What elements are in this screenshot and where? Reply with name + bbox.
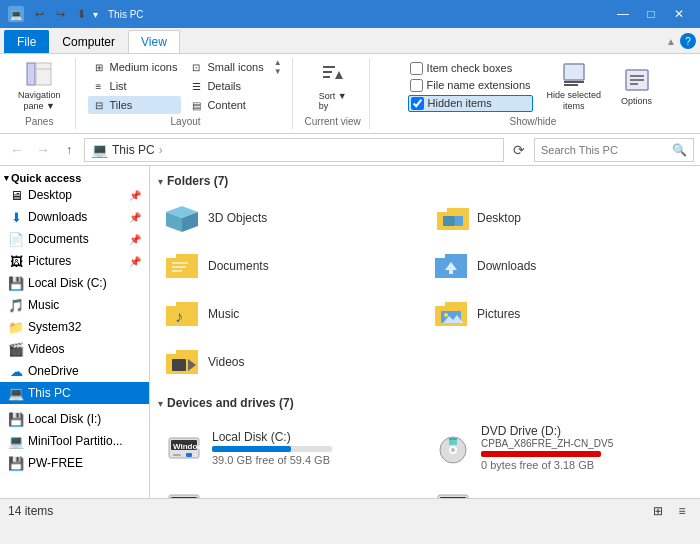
pwfree-label: PW-FREE <box>28 456 141 470</box>
sidebar-item-pictures[interactable]: 🖼 Pictures 📌 <box>0 250 149 272</box>
details-view-btn[interactable]: ≡ <box>672 501 692 521</box>
folder-item-documents[interactable]: Documents <box>158 244 423 288</box>
folder-item-3d-objects[interactable]: 3D Objects <box>158 196 423 240</box>
folder-item-downloads[interactable]: Downloads <box>427 244 692 288</box>
drive-item-h[interactable]: Local Disk (H:) <box>158 481 423 498</box>
up-button[interactable]: ↑ <box>58 139 80 161</box>
onedrive-icon: ☁ <box>8 364 24 379</box>
close-button[interactable]: ✕ <box>666 4 692 24</box>
back-button[interactable]: ← <box>6 139 28 161</box>
svg-rect-41 <box>171 497 197 498</box>
folder-downloads-icon <box>433 248 469 284</box>
small-icons-btn[interactable]: ⊡ Small icons <box>185 58 267 76</box>
title-bar: 💻 ↩ ↪ ⬇ ▾ This PC — □ ✕ <box>0 0 700 28</box>
svg-text:Windows: Windows <box>173 442 202 451</box>
qa-dropdown[interactable]: ▾ <box>93 9 98 20</box>
options-label: Options <box>621 96 652 106</box>
drive-c-progress-bar <box>212 446 332 452</box>
drive-item-dvd[interactable]: DVD Drive (D:) CPBA_X86FRE_ZH-CN_DV5 0 b… <box>427 418 692 477</box>
local-disk-i-icon: 💾 <box>8 412 24 427</box>
folder-item-desktop[interactable]: Desktop <box>427 196 692 240</box>
sidebar-item-downloads[interactable]: ⬇ Downloads 📌 <box>0 206 149 228</box>
sidebar-item-minitool[interactable]: 💻 MiniTool Partitio... <box>0 430 149 452</box>
svg-marker-6 <box>335 71 343 79</box>
navigation-pane-button[interactable]: Navigationpane ▼ <box>12 58 67 114</box>
sidebar-section-quick-access[interactable]: ▾ Quick access <box>0 170 149 184</box>
sidebar-item-this-pc[interactable]: 💻 This PC <box>0 382 149 404</box>
hidden-items-input[interactable] <box>411 97 424 110</box>
tab-view[interactable]: View <box>128 30 180 53</box>
sidebar-item-onedrive[interactable]: ☁ OneDrive <box>0 360 149 382</box>
sidebar-item-documents[interactable]: 📄 Documents 📌 <box>0 228 149 250</box>
hidden-items-label[interactable]: Hidden items <box>408 95 533 112</box>
folder-item-videos[interactable]: Videos <box>158 340 423 384</box>
address-path[interactable]: 💻 This PC › <box>84 138 504 162</box>
thispc-icon: 💻 <box>8 386 24 401</box>
forward-button[interactable]: → <box>32 139 54 161</box>
status-bar: 14 items ⊞ ≡ <box>0 498 700 522</box>
tab-computer[interactable]: Computer <box>49 30 128 53</box>
sidebar-item-pwfree[interactable]: 💾 PW-FREE <box>0 452 149 474</box>
content-btn[interactable]: ▤ Content <box>185 96 267 114</box>
options-button[interactable]: Options <box>615 64 658 108</box>
refresh-button[interactable]: ⟳ <box>508 139 530 161</box>
maximize-button[interactable]: □ <box>638 4 664 24</box>
layout-col2: ⊡ Small icons ☰ Details ▤ Content <box>185 58 267 114</box>
sidebar-item-system32[interactable]: 📁 System32 <box>0 316 149 338</box>
tab-file[interactable]: File <box>4 30 49 53</box>
qa-redo-btn[interactable]: ↪ <box>51 5 69 23</box>
tiles-icon: ⊟ <box>92 98 106 112</box>
file-extensions-input[interactable] <box>410 79 423 92</box>
drive-item-i[interactable]: Local Disk (I:) <box>427 481 692 498</box>
sidebar-item-local-disk-c-qa[interactable]: 💾 Local Disk (C:) <box>0 272 149 294</box>
documents-label: Documents <box>28 232 125 246</box>
folder-documents-name: Documents <box>208 259 269 273</box>
sidebar-item-local-disk-i[interactable]: 💾 Local Disk (I:) <box>0 408 149 430</box>
sidebar-item-videos[interactable]: 🎬 Videos <box>0 338 149 360</box>
show-hide-content: Item check boxes File name extensions Hi… <box>408 58 659 114</box>
music-icon: 🎵 <box>8 298 24 313</box>
folder-item-pictures[interactable]: Pictures <box>427 292 692 336</box>
item-checkboxes-label[interactable]: Item check boxes <box>408 61 533 76</box>
search-input[interactable] <box>541 144 668 156</box>
minimize-button[interactable]: — <box>610 4 636 24</box>
folder-desktop-name: Desktop <box>477 211 521 225</box>
drive-item-c[interactable]: Windows Local Disk (C:) 39.0 GB free of … <box>158 418 423 477</box>
details-label: Details <box>207 80 241 92</box>
current-view-label: Current view <box>305 114 361 127</box>
desktop-icon: 🖥 <box>8 188 24 203</box>
file-extensions-label[interactable]: File name extensions <box>408 78 533 93</box>
svg-rect-20 <box>172 266 186 268</box>
content-label: Content <box>207 99 246 111</box>
qa-down-btn[interactable]: ⬇ <box>72 5 90 23</box>
checkboxes-col: Item check boxes File name extensions Hi… <box>408 61 533 112</box>
nav-pane-label: Navigationpane ▼ <box>18 90 61 112</box>
drives-section-header[interactable]: ▾ Devices and drives (7) <box>158 396 692 410</box>
nav-pane-icon <box>25 60 53 88</box>
list-btn[interactable]: ≡ List <box>88 77 182 95</box>
qa-undo-btn[interactable]: ↩ <box>30 5 48 23</box>
window-controls: — □ ✕ <box>610 4 692 24</box>
sidebar-item-desktop[interactable]: 🖥 Desktop 📌 <box>0 184 149 206</box>
medium-icons-btn[interactable]: ⊞ Medium icons <box>88 58 182 76</box>
hide-selected-button[interactable]: Hide selecteditems <box>541 58 608 114</box>
drives-grid: Windows Local Disk (C:) 39.0 GB free of … <box>158 418 692 498</box>
hide-selected-icon <box>560 60 588 88</box>
svg-rect-33 <box>186 453 192 457</box>
large-icons-view-btn[interactable]: ⊞ <box>648 501 668 521</box>
details-btn[interactable]: ☰ Details <box>185 77 267 95</box>
search-box[interactable]: 🔍 <box>534 138 694 162</box>
tiles-btn[interactable]: ⊟ Tiles <box>88 96 182 114</box>
folder-pictures-name: Pictures <box>477 307 520 321</box>
sidebar-item-music[interactable]: 🎵 Music <box>0 294 149 316</box>
ribbon-collapse-btn[interactable]: ▲ <box>666 36 676 47</box>
folders-section-header[interactable]: ▾ Folders (7) <box>158 174 692 188</box>
layout-scroll[interactable]: ▲ ▼ <box>272 58 284 76</box>
help-button[interactable]: ? <box>680 33 696 49</box>
search-icon: 🔍 <box>672 143 687 157</box>
sort-by-button[interactable]: Sort ▼by <box>313 59 353 113</box>
ribbon-group-layout: ⊞ Medium icons ≡ List ⊟ Tiles ⊡ Small ic… <box>84 58 293 129</box>
folder-item-music[interactable]: ♪ Music <box>158 292 423 336</box>
status-view-controls: ⊞ ≡ <box>648 501 692 521</box>
item-checkboxes-input[interactable] <box>410 62 423 75</box>
